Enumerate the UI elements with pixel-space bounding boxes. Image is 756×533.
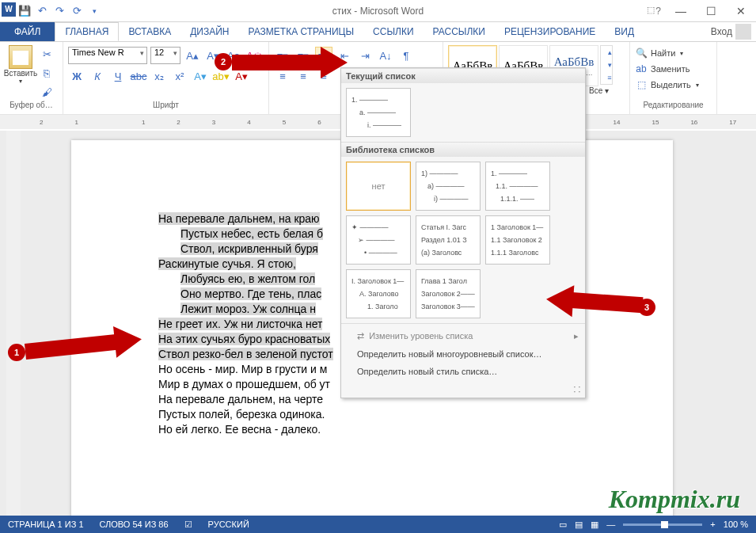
list-thumb[interactable]: ✦ ———— ➢ ———— • ———— — [346, 215, 411, 265]
superscript-icon[interactable]: x² — [171, 67, 188, 85]
close-icon[interactable]: ✕ — [729, 5, 753, 17]
increase-indent-icon[interactable]: ⇥ — [356, 47, 374, 64]
list-thumb[interactable]: Глава 1 Загол Заголовок 2—— Заголовок 3—… — [416, 269, 481, 318]
group-clipboard: Вставить ▾ ✂ ⎘ 🖌 Буфер об… — [0, 42, 63, 114]
window-controls: ⬚ — ☐ ✕ — [639, 5, 753, 17]
tab-mailings[interactable]: РАССЫЛКИ — [424, 22, 495, 41]
font-size-combo[interactable]: 12 — [150, 47, 180, 64]
doc-line: Любуясь ею, в желтом гол — [180, 272, 315, 285]
zoom-level[interactable]: 100 % — [724, 520, 748, 529]
sort-icon[interactable]: A↓ — [377, 47, 394, 64]
show-marks-icon[interactable]: ¶ — [397, 47, 415, 64]
tab-view[interactable]: ВИД — [605, 22, 644, 41]
styles-down-icon[interactable]: ▾ — [601, 59, 618, 71]
customize-qa-icon[interactable]: ▾ — [85, 2, 103, 20]
find-button[interactable]: 🔍Найти▾ — [635, 45, 712, 61]
replace-button[interactable]: abЗаменить — [635, 61, 712, 77]
window-title: стих - Microsoft Word — [332, 6, 424, 17]
replace-icon: ab — [635, 63, 648, 74]
font-group-label: Шрифт — [68, 101, 264, 111]
quick-access-toolbar: W 💾 ↶ ↷ ⟳ ▾ — [0, 2, 103, 20]
tab-insert[interactable]: ВСТАВКА — [119, 22, 180, 41]
list-thumb-none[interactable]: нет — [346, 162, 411, 211]
zoom-in-icon[interactable]: + — [710, 520, 715, 529]
subscript-icon[interactable]: x₂ — [150, 67, 168, 85]
tab-file[interactable]: ФАЙЛ — [0, 22, 55, 41]
status-page[interactable]: СТРАНИЦА 1 ИЗ 1 — [8, 520, 84, 529]
title-bar: W 💾 ↶ ↷ ⟳ ▾ стих - Microsoft Word ? ⬚ — … — [0, 0, 756, 22]
grow-font-icon[interactable]: A▴ — [184, 47, 201, 64]
font-name-combo[interactable]: Times New R — [68, 47, 147, 64]
maximize-icon[interactable]: ☐ — [699, 5, 723, 17]
tab-review[interactable]: РЕЦЕНЗИРОВАНИЕ — [495, 22, 605, 41]
save-icon[interactable]: 💾 — [16, 2, 33, 20]
doc-line: Но ей легко. Ее весна - далеко. — [158, 422, 586, 437]
status-bar: СТРАНИЦА 1 ИЗ 1 СЛОВО 54 ИЗ 86 ☑ РУССКИЙ… — [0, 516, 756, 533]
status-language[interactable]: РУССКИЙ — [208, 520, 249, 529]
list-thumb[interactable]: Статья I. Загс Раздел 1.01 З (a) Заголов… — [416, 215, 481, 265]
bold-icon[interactable]: Ж — [68, 67, 85, 85]
doc-line: Пустых полей, березка одинока. — [158, 407, 586, 422]
clipboard-group-label: Буфер об… — [5, 101, 58, 111]
view-read-icon[interactable]: ▭ — [559, 520, 567, 530]
word-icon: W — [2, 2, 16, 17]
copy-icon[interactable]: ⎘ — [38, 64, 55, 82]
cut-icon[interactable]: ✂ — [38, 45, 55, 63]
list-thumb-current[interactable]: 1. ———— a. ———— i. ———— — [346, 88, 411, 137]
minimize-icon[interactable]: — — [669, 5, 693, 17]
ribbon-options-icon[interactable]: ⬚ — [639, 5, 663, 17]
tab-layout[interactable]: РАЗМЕТКА СТРАНИЦЫ — [239, 22, 364, 41]
view-web-icon[interactable]: ▦ — [591, 520, 598, 530]
annotation-badge-2: 2 — [215, 53, 232, 70]
undo-icon[interactable]: ↶ — [33, 2, 51, 20]
italic-icon[interactable]: К — [89, 67, 106, 85]
annotation-arrow-2: 2 — [218, 50, 348, 74]
list-thumb[interactable]: 1. ———— 1.1. ———— 1.1.1. —— — [485, 162, 550, 211]
text-effects-icon[interactable]: A▾ — [192, 67, 209, 85]
signin-label: Вход — [711, 26, 732, 37]
strikethrough-icon[interactable]: abc — [130, 67, 147, 85]
watermark: Kompmix.ru — [609, 485, 740, 514]
dropdown-menu: ⇄ Изменить уровень списка▸ Определить но… — [341, 323, 585, 383]
annotation-arrow-1: 1 — [8, 333, 150, 364]
status-proofing-icon[interactable]: ☑ — [184, 520, 192, 530]
redo-icon[interactable]: ↷ — [51, 2, 68, 20]
doc-line: Лежит мороз. Уж солнца н — [180, 303, 316, 315]
vertical-ruler[interactable] — [6, 131, 21, 516]
zoom-slider[interactable] — [623, 523, 702, 526]
underline-icon[interactable]: Ч — [109, 67, 127, 85]
avatar-icon — [735, 24, 751, 40]
menu-define-style[interactable]: Определить новый стиль списка… — [341, 363, 585, 380]
clipboard-icon — [9, 45, 32, 69]
list-thumb[interactable]: 1) ———— a) ———— i) ———— — [416, 162, 481, 211]
select-button[interactable]: ⬚Выделить▾ — [635, 77, 712, 93]
annotation-badge-3: 3 — [638, 299, 655, 316]
paste-button[interactable]: Вставить ▾ — [5, 45, 36, 101]
doc-line: Оно мертво. Где тень, плас — [180, 287, 321, 300]
editing-group-label: Редактирование — [635, 101, 712, 111]
tab-design[interactable]: ДИЗАЙН — [180, 22, 238, 41]
list-thumb[interactable]: 1 Заголовок 1— 1.1 Заголовок 2 1.1.1 Заг… — [485, 215, 550, 265]
menu-define-multilevel[interactable]: Определить новый многоуровневый список… — [341, 345, 585, 363]
repeat-icon[interactable]: ⟳ — [68, 2, 85, 20]
doc-line: Ствол резко-бел в зеленой пустот — [158, 348, 333, 360]
list-thumb[interactable]: I. Заголовок 1— A. Заголово 1. Заголо — [346, 269, 411, 318]
ribbon-tabs: ФАЙЛ ГЛАВНАЯ ВСТАВКА ДИЗАЙН РАЗМЕТКА СТР… — [0, 22, 756, 42]
format-painter-icon[interactable]: 🖌 — [38, 83, 55, 101]
zoom-out-icon[interactable]: — — [606, 520, 615, 529]
tab-references[interactable]: ССЫЛКИ — [363, 22, 423, 41]
dropdown-library-header: Библиотека списков — [341, 142, 585, 157]
group-editing: 🔍Найти▾ abЗаменить ⬚Выделить▾ Редактиров… — [630, 42, 717, 114]
doc-line: Ствол, искривленный буря — [180, 242, 318, 255]
signin-button[interactable]: Вход — [711, 22, 751, 41]
tab-home[interactable]: ГЛАВНАЯ — [55, 22, 119, 41]
view-print-icon[interactable]: ▤ — [575, 520, 583, 530]
multilevel-list-dropdown: Текущий список 1. ———— a. ———— i. ———— Б… — [340, 67, 586, 398]
select-icon: ⬚ — [635, 79, 648, 90]
status-words[interactable]: СЛОВО 54 ИЗ 86 — [100, 520, 169, 529]
styles-up-icon[interactable]: ▴ — [601, 46, 618, 59]
doc-line: Не греет их. Уж ни листочка нет — [158, 318, 322, 330]
doc-line: Пустых небес, есть белая б — [180, 227, 323, 240]
styles-more-icon[interactable]: ≡ — [601, 71, 618, 84]
annotation-badge-1: 1 — [8, 344, 25, 361]
